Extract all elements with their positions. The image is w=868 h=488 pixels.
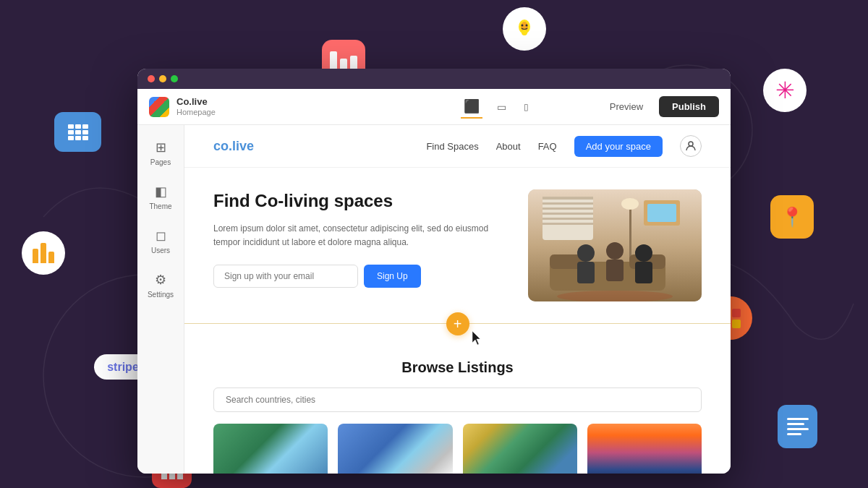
site-page: Homepage — [176, 108, 389, 117]
settings-label: Settings — [148, 291, 174, 299]
tablet-view-icon[interactable]: ▭ — [494, 98, 509, 116]
hero-description: Lorem ipsum dolor sit amet, consectetur … — [213, 222, 506, 249]
svg-rect-11 — [542, 202, 593, 205]
nav-cta-button[interactable]: Add your space — [574, 136, 663, 157]
listings-section: Browse Listings Gibraltar Cornwall, Engl… — [184, 345, 731, 474]
close-dot[interactable] — [148, 75, 155, 82]
browser-chrome — [137, 69, 731, 89]
theme-label: Theme — [149, 202, 171, 210]
hero-image-background — [528, 189, 702, 301]
website-canvas: co.live Find Spaces About FAQ Add your s… — [184, 125, 731, 474]
device-switcher: ⬛ ▭ ▯ — [389, 95, 602, 119]
svg-rect-26 — [635, 262, 652, 283]
svg-rect-13 — [542, 213, 593, 215]
nav-find-spaces[interactable]: Find Spaces — [426, 141, 478, 152]
asterisk-icon: ✳ — [763, 69, 807, 112]
sidebar-item-settings[interactable]: ⚙ Settings — [141, 266, 180, 304]
listing-card-gibraltar[interactable]: Gibraltar — [213, 424, 328, 474]
pages-label: Pages — [150, 158, 171, 166]
nav-links: Find Spaces About FAQ Add your space — [426, 135, 702, 157]
svg-point-17 — [621, 198, 639, 210]
sidebar-item-pages[interactable]: ⊞ Pages — [141, 134, 180, 172]
listings-grid: Gibraltar Cornwall, England Split, Croat… — [213, 424, 702, 474]
hero-cta-row: Sign Up — [213, 265, 506, 288]
site-logo — [149, 97, 169, 117]
browser-window: Co.live Homepage ⬛ ▭ ▯ Preview Publish ⊞… — [137, 69, 731, 474]
listing-image-split — [463, 424, 577, 474]
users-label: Users — [151, 247, 170, 254]
svg-point-8 — [689, 142, 693, 146]
analytics-bars — [33, 243, 54, 263]
document-icon — [778, 405, 817, 448]
theme-icon: ◧ — [155, 184, 167, 200]
svg-rect-22 — [577, 262, 595, 283]
svg-rect-14 — [542, 218, 593, 220]
hero-signup-button[interactable]: Sign Up — [364, 265, 421, 288]
site-name: Co.live — [176, 96, 389, 108]
svg-rect-12 — [542, 207, 593, 210]
hero-title: Find Co-living spaces — [213, 189, 506, 212]
sidebar: ⊞ Pages ◧ Theme ◻ Users ⚙ Settings — [137, 125, 184, 474]
svg-rect-16 — [629, 204, 631, 262]
table-grid-decoration — [68, 124, 88, 140]
svg-rect-24 — [606, 260, 624, 281]
desktop-view-icon[interactable]: ⬛ — [461, 95, 482, 119]
maximize-dot[interactable] — [171, 75, 178, 82]
svg-point-23 — [606, 242, 624, 260]
listing-card-cornwall[interactable]: Cornwall, England — [338, 424, 452, 474]
location-icon: 📍 — [770, 195, 814, 239]
nav-user-icon[interactable] — [680, 135, 702, 157]
hero-email-input[interactable] — [213, 265, 358, 288]
site-info: Co.live Homepage — [176, 96, 389, 117]
pages-icon: ⊞ — [156, 140, 166, 155]
preview-button[interactable]: Preview — [603, 97, 650, 116]
listing-image-bali — [587, 424, 702, 474]
svg-point-5 — [522, 30, 527, 35]
analytics-icon — [22, 231, 65, 275]
mobile-view-icon[interactable]: ▯ — [521, 99, 532, 115]
add-section-button[interactable]: + — [446, 312, 469, 335]
mailchimp-icon — [503, 7, 546, 51]
stripe-label: stripe — [107, 361, 139, 374]
listing-image-cornwall — [338, 424, 452, 474]
editor-actions: Preview Publish — [603, 96, 719, 117]
website-logo: co.live — [213, 139, 426, 154]
nav-about[interactable]: About — [496, 141, 521, 152]
publish-button[interactable]: Publish — [659, 96, 719, 117]
svg-point-29 — [557, 291, 673, 301]
hero-text: Find Co-living spaces Lorem ipsum dolor … — [213, 189, 506, 288]
svg-rect-10 — [542, 197, 593, 200]
settings-icon: ⚙ — [155, 272, 166, 288]
listing-image-gibraltar — [213, 424, 328, 474]
minimize-dot[interactable] — [159, 75, 166, 82]
svg-point-6 — [522, 25, 524, 27]
hero-image — [528, 189, 702, 301]
website-nav: co.live Find Spaces About FAQ Add your s… — [184, 125, 731, 168]
sidebar-item-users[interactable]: ◻ Users — [141, 222, 180, 260]
svg-point-25 — [635, 244, 652, 262]
table-spreadsheet-icon — [54, 112, 101, 152]
users-icon: ◻ — [156, 228, 166, 244]
svg-rect-15 — [542, 223, 593, 225]
hero-section: Find Co-living spaces Lorem ipsum dolor … — [184, 168, 731, 323]
svg-rect-28 — [647, 204, 676, 222]
svg-point-21 — [577, 244, 595, 262]
svg-point-7 — [526, 25, 528, 27]
editor-main: ⊞ Pages ◧ Theme ◻ Users ⚙ Settings co.li… — [137, 125, 731, 474]
listings-search-input[interactable] — [213, 388, 702, 412]
listing-card-split[interactable]: Split, Croatia — [463, 424, 577, 474]
listing-card-bali[interactable]: Bali, Indonesia — [587, 424, 702, 474]
sidebar-item-theme[interactable]: ◧ Theme — [141, 178, 180, 216]
section-divider: + — [184, 323, 731, 345]
nav-faq[interactable]: FAQ — [538, 141, 557, 152]
listings-title: Browse Listings — [213, 359, 702, 376]
cursor-icon — [472, 331, 482, 346]
editor-toolbar: Co.live Homepage ⬛ ▭ ▯ Preview Publish — [137, 89, 731, 125]
